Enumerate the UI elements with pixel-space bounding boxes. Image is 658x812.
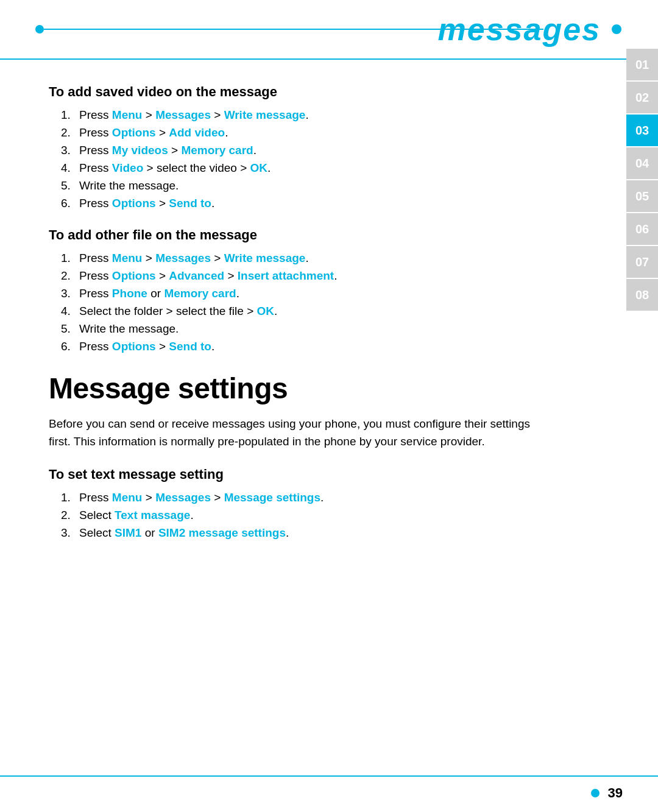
step-3-3: 3. Select SIM1 or SIM2 message settings. <box>61 526 530 540</box>
step-2-5: 5. Write the message. <box>61 322 530 336</box>
chapter-04[interactable]: 04 <box>626 147 658 179</box>
page-number: 39 <box>608 785 623 801</box>
step-2-2: 2. Press Options > Advanced > Insert att… <box>61 269 530 283</box>
chapter-03[interactable]: 03 <box>626 115 658 146</box>
step-2-4: 4. Select the folder > select the file >… <box>61 305 530 318</box>
step-1-5: 5. Write the message. <box>61 179 530 192</box>
section-add-video: To add saved video on the message 1. Pre… <box>49 84 530 210</box>
message-settings-title: Message settings <box>49 372 530 405</box>
page-footer: 39 <box>0 775 658 812</box>
step-1-1: 1. Press Menu > Messages > Write message… <box>61 108 530 122</box>
section1-steps: 1. Press Menu > Messages > Write message… <box>61 108 530 210</box>
step-3-2: 2. Select Text massage. <box>61 509 530 522</box>
section1-heading: To add saved video on the message <box>49 84 530 100</box>
step-2-6: 6. Press Options > Send to. <box>61 340 530 353</box>
chapter-07[interactable]: 07 <box>626 246 658 278</box>
step-2-1: 1. Press Menu > Messages > Write message… <box>61 252 530 265</box>
section3-steps: 1. Press Menu > Messages > Message setti… <box>61 491 530 540</box>
step-1-2: 2. Press Options > Add video. <box>61 126 530 139</box>
footer-dot <box>591 789 600 797</box>
page-header: messages <box>0 0 658 60</box>
main-content: To add saved video on the message 1. Pre… <box>0 60 591 581</box>
header-dot-right <box>612 24 621 34</box>
chapter-02[interactable]: 02 <box>626 82 658 113</box>
step-2-3: 3. Press Phone or Memory card. <box>61 287 530 300</box>
chapter-05[interactable]: 05 <box>626 180 658 212</box>
message-settings-description: Before you can send or receive messages … <box>49 415 530 451</box>
step-1-4: 4. Press Video > select the video > OK. <box>61 161 530 175</box>
section-add-file: To add other file on the message 1. Pres… <box>49 227 530 353</box>
step-1-6: 6. Press Options > Send to. <box>61 197 530 210</box>
chapter-08[interactable]: 08 <box>626 279 658 311</box>
step-3-1: 1. Press Menu > Messages > Message setti… <box>61 491 530 504</box>
message-settings-section: Message settings Before you can send or … <box>49 372 530 540</box>
chapter-01[interactable]: 01 <box>626 49 658 80</box>
section-text-message-setting: To set text message setting 1. Press Men… <box>49 467 530 540</box>
chapter-06[interactable]: 06 <box>626 213 658 245</box>
header-line <box>44 29 543 30</box>
chapter-sidebar: 01 02 03 04 05 06 07 08 <box>626 49 658 312</box>
header-dot-left <box>35 25 44 34</box>
section3-heading: To set text message setting <box>49 467 530 482</box>
section2-steps: 1. Press Menu > Messages > Write message… <box>61 252 530 353</box>
step-1-3: 3. Press My videos > Memory card. <box>61 144 530 157</box>
section2-heading: To add other file on the message <box>49 227 530 243</box>
